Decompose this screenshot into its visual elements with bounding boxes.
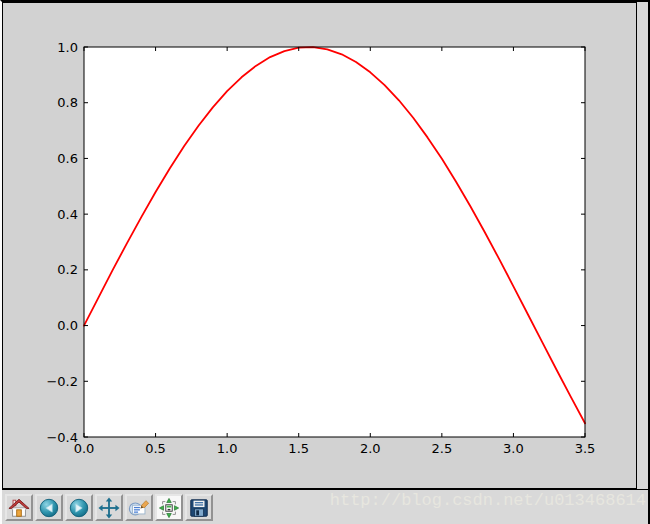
x-tick-label: 3.5: [575, 441, 596, 456]
y-tick-label: 1.0: [57, 40, 78, 55]
pan-button[interactable]: [95, 494, 123, 521]
y-tick-label: 0.4: [57, 207, 78, 222]
configure-subplots-button[interactable]: [155, 494, 183, 521]
forward-arrow-icon: [68, 497, 90, 519]
y-tick-label: 0.2: [57, 262, 78, 277]
pan-arrows-icon: [98, 497, 120, 519]
configure-subplots-icon: [158, 497, 180, 519]
figure-window: 0.00.51.01.52.02.53.03.51.00.80.60.40.20…: [0, 0, 650, 524]
x-tick-label: 1.0: [217, 441, 238, 456]
back-button[interactable]: [35, 494, 63, 521]
zoom-to-rect-icon: [128, 497, 150, 519]
y-tick-label: 0.6: [57, 151, 78, 166]
home-icon: [8, 497, 30, 519]
x-tick-label: 2.0: [360, 441, 381, 456]
zoom-to-rect-button[interactable]: [125, 494, 153, 521]
x-tick-label: 2.5: [432, 441, 453, 456]
figure-canvas[interactable]: 0.00.51.01.52.02.53.03.51.00.80.60.40.20…: [2, 2, 637, 489]
toolbar-separator: [2, 489, 648, 490]
forward-button[interactable]: [65, 494, 93, 521]
y-tick-label: −0.4: [46, 430, 78, 445]
y-tick-label: 0.8: [57, 95, 78, 110]
plot-area: 0.00.51.01.52.02.53.03.51.00.80.60.40.20…: [3, 3, 636, 488]
navigation-toolbar: [2, 492, 648, 524]
x-tick-label: 0.5: [145, 441, 166, 456]
save-button[interactable]: [185, 494, 213, 521]
axes-background: [84, 47, 585, 437]
home-button[interactable]: [5, 494, 33, 521]
save-floppy-icon: [188, 497, 210, 519]
back-arrow-icon: [38, 497, 60, 519]
y-tick-label: −0.2: [46, 374, 78, 389]
x-tick-label: 3.0: [503, 441, 524, 456]
x-tick-label: 1.5: [288, 441, 309, 456]
y-tick-label: 0.0: [57, 318, 78, 333]
